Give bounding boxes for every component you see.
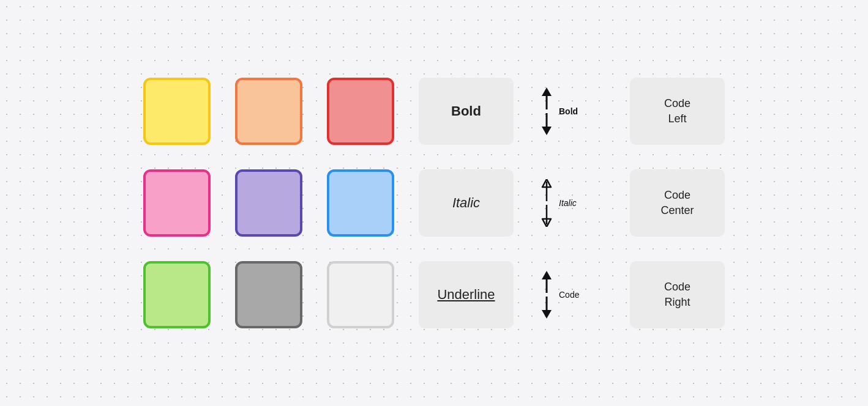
- yellow-square: [143, 78, 211, 145]
- green-square: [143, 261, 211, 328]
- underline-label: Underline: [437, 287, 495, 303]
- svg-marker-3: [542, 127, 552, 135]
- blue-square: [327, 169, 394, 237]
- code-arrow-label: Code: [559, 290, 579, 300]
- code-arrows: [538, 271, 555, 319]
- italic-text-box: Italic: [419, 169, 514, 237]
- bold-arrow-group: Bold: [538, 87, 605, 135]
- red-square: [327, 78, 394, 145]
- code-right-box: CodeRight: [630, 261, 725, 328]
- code-left-box: CodeLeft: [630, 78, 725, 145]
- italic-arrows: [538, 179, 555, 227]
- bold-label: Bold: [451, 103, 481, 119]
- code-left-label: CodeLeft: [664, 96, 690, 127]
- italic-label: Italic: [452, 195, 480, 211]
- code-arrow-up: [538, 271, 555, 294]
- orange-square: [235, 78, 302, 145]
- underline-text-box: Underline: [419, 261, 514, 328]
- white-square: [327, 261, 394, 328]
- code-center-label: CodeCenter: [660, 188, 694, 218]
- gray-square: [235, 261, 302, 328]
- bold-text-box: Bold: [419, 78, 514, 145]
- purple-square: [235, 169, 302, 237]
- code-arrow-down: [538, 295, 555, 319]
- svg-marker-11: [542, 310, 552, 319]
- bold-arrow-label: Bold: [559, 106, 578, 116]
- italic-arrow-up: [538, 179, 555, 202]
- pink-square: [143, 169, 211, 237]
- code-arrow-group: Code: [538, 271, 605, 319]
- italic-arrow-down: [538, 204, 555, 227]
- italic-arrow-group: Italic: [538, 179, 605, 227]
- code-center-box: CodeCenter: [630, 169, 725, 237]
- svg-marker-1: [542, 87, 552, 96]
- bold-arrow-up: [538, 87, 555, 111]
- italic-arrow-label: Italic: [559, 198, 577, 208]
- main-grid: Bold Bold CodeLeft Italic: [107, 53, 761, 353]
- bold-arrow-down: [538, 112, 555, 135]
- code-right-label: CodeRight: [664, 279, 690, 310]
- svg-marker-9: [542, 271, 552, 279]
- bold-arrows: [538, 87, 555, 135]
